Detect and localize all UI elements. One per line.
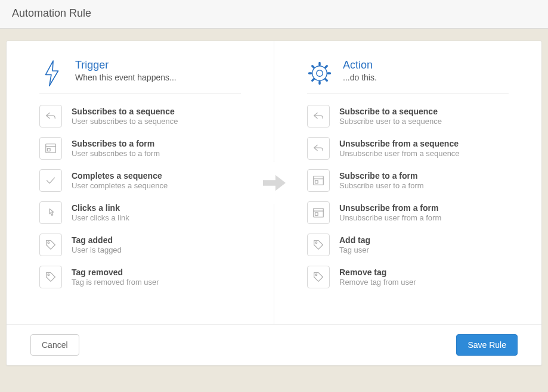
cancel-button[interactable]: Cancel (30, 334, 79, 356)
trigger-subtitle: When this event happens... (75, 73, 177, 82)
form-icon (307, 201, 330, 224)
action-header: Action ...do this. (307, 59, 509, 94)
lightning-icon (39, 59, 64, 88)
item-text: Unsubscribe from a formUnsubscribe user … (339, 203, 441, 222)
item-text: Tag addedUser is tagged (72, 235, 122, 254)
form-icon (307, 169, 330, 192)
trigger-header: Trigger When this event happens... (39, 59, 241, 94)
check-icon (39, 169, 62, 192)
item-desc: Tag is removed from user (72, 278, 159, 287)
trigger-item-5[interactable]: Tag removedTag is removed from user (39, 266, 241, 288)
item-title: Tag removed (72, 267, 159, 277)
action-item-3[interactable]: Unsubscribe from a formUnsubscribe user … (307, 201, 509, 224)
item-title: Unsubscribe from a form (339, 203, 441, 213)
item-title: Unsubscribe from a sequence (339, 139, 460, 148)
item-title: Remove tag (339, 267, 416, 277)
trigger-item-3[interactable]: Clicks a linkUser clicks a link (39, 201, 241, 224)
item-desc: User subscribes to a form (72, 149, 160, 158)
trigger-item-4[interactable]: Tag addedUser is tagged (39, 234, 241, 256)
action-panel: Action ...do this. Subscribe to a sequen… (274, 41, 541, 324)
item-desc: Subscribe user to a form (339, 181, 424, 190)
item-desc: Subscribe user to a sequence (339, 117, 442, 126)
trigger-item-1[interactable]: Subscribes to a formUser subscribes to a… (39, 137, 241, 160)
tag-icon (39, 266, 62, 288)
item-text: Subscribe to a sequenceSubscribe user to… (339, 107, 442, 126)
item-text: Unsubscribe from a sequenceUnsubscribe u… (339, 139, 460, 158)
panels-container: Trigger When this event happens... Subsc… (7, 41, 541, 324)
action-item-1[interactable]: Unsubscribe from a sequenceUnsubscribe u… (307, 137, 509, 160)
item-title: Subscribe to a sequence (339, 107, 442, 116)
item-desc: Unsubscribe user from a form (339, 213, 441, 222)
item-desc: User clicks a link (72, 213, 129, 222)
tag-icon (307, 266, 330, 288)
item-text: Subscribe to a formSubscribe user to a f… (339, 171, 424, 190)
tag-icon (39, 234, 62, 256)
arrow-right-icon (253, 162, 295, 204)
trigger-title: Trigger (75, 59, 177, 71)
trigger-panel: Trigger When this event happens... Subsc… (7, 41, 274, 324)
tag-icon (307, 234, 330, 256)
action-title: Action (343, 59, 377, 71)
page-title: Automation Rule (12, 7, 536, 20)
item-text: Completes a sequenceUser completes a seq… (72, 171, 168, 190)
pointer-icon (39, 201, 62, 224)
action-item-5[interactable]: Remove tagRemove tag from user (307, 266, 509, 288)
item-text: Subscribes to a formUser subscribes to a… (72, 139, 160, 158)
item-desc: User is tagged (72, 245, 122, 254)
item-title: Subscribes to a form (72, 139, 160, 148)
automation-card: Trigger When this event happens... Subsc… (6, 41, 542, 366)
header-bar: Automation Rule (0, 0, 548, 29)
item-desc: Unsubscribe user from a sequence (339, 149, 460, 158)
item-desc: User subscribes to a sequence (72, 117, 178, 126)
svg-marker-0 (46, 61, 58, 86)
item-text: Clicks a linkUser clicks a link (72, 203, 129, 222)
action-subtitle: ...do this. (343, 73, 377, 82)
action-item-2[interactable]: Subscribe to a formSubscribe user to a f… (307, 169, 509, 192)
item-desc: User completes a sequence (72, 181, 168, 190)
item-title: Completes a sequence (72, 171, 168, 181)
item-text: Tag removedTag is removed from user (72, 267, 159, 287)
item-text: Remove tagRemove tag from user (339, 267, 416, 287)
action-item-4[interactable]: Add tagTag user (307, 234, 509, 256)
gear-icon (307, 59, 332, 88)
reply-icon (307, 105, 330, 127)
trigger-item-2[interactable]: Completes a sequenceUser completes a seq… (39, 169, 241, 192)
action-item-0[interactable]: Subscribe to a sequenceSubscribe user to… (307, 105, 509, 127)
trigger-item-0[interactable]: Subscribes to a sequenceUser subscribes … (39, 105, 241, 127)
svg-point-2 (312, 66, 327, 81)
reply-icon (39, 105, 62, 127)
trigger-items: Subscribes to a sequenceUser subscribes … (39, 105, 241, 288)
reply-icon (307, 137, 330, 160)
item-title: Subscribe to a form (339, 171, 424, 181)
item-title: Subscribes to a sequence (72, 107, 178, 116)
action-items: Subscribe to a sequenceSubscribe user to… (307, 105, 509, 288)
item-text: Add tagTag user (339, 235, 370, 254)
item-title: Add tag (339, 235, 370, 245)
save-button[interactable]: Save Rule (456, 334, 518, 356)
item-text: Subscribes to a sequenceUser subscribes … (72, 107, 178, 126)
footer: Cancel Save Rule (7, 324, 541, 365)
svg-point-1 (317, 70, 323, 77)
form-icon (39, 137, 62, 160)
item-desc: Tag user (339, 245, 370, 254)
item-title: Tag added (72, 235, 122, 245)
item-title: Clicks a link (72, 203, 129, 213)
item-desc: Remove tag from user (339, 278, 416, 287)
